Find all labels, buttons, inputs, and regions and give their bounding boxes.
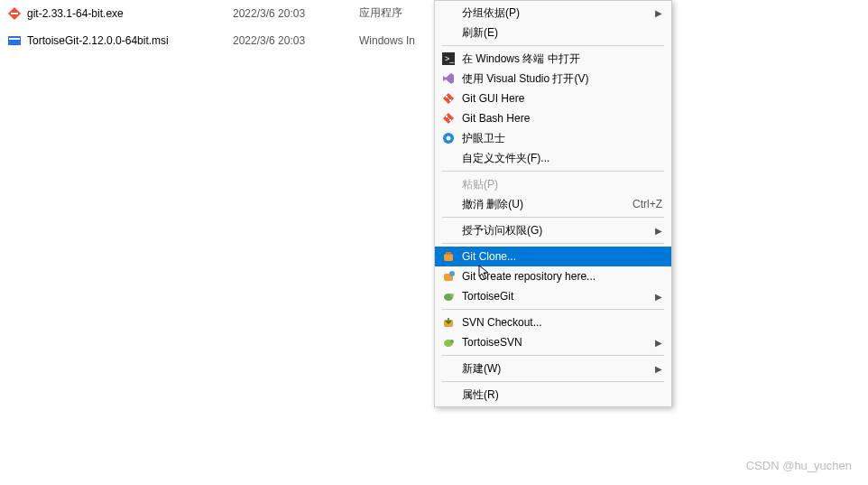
chevron-right-icon: ▶ xyxy=(655,338,662,348)
menu-item[interactable]: SVN Checkout... xyxy=(435,312,671,332)
msi-icon xyxy=(7,33,22,48)
menu-separator xyxy=(442,355,664,356)
tortoise-icon xyxy=(440,289,457,303)
menu-item[interactable]: 授予访问权限(G)▶ xyxy=(435,220,671,240)
menu-item[interactable]: Git Create repository here... xyxy=(435,266,671,286)
menu-separator xyxy=(442,217,664,218)
menu-separator xyxy=(442,381,664,382)
menu-item[interactable]: 刷新(E) xyxy=(435,23,671,42)
menu-item[interactable]: 撤消 删除(U)Ctrl+Z xyxy=(435,194,671,214)
blank-icon xyxy=(440,5,457,20)
menu-item[interactable]: 使用 Visual Studio 打开(V) xyxy=(435,69,671,89)
svg-rect-17 xyxy=(446,252,451,255)
blank-icon xyxy=(440,197,457,211)
svn-icon xyxy=(440,335,457,350)
menu-item: 粘贴(P) xyxy=(435,174,671,194)
menu-item[interactable]: TortoiseGit▶ xyxy=(435,286,671,306)
menu-separator xyxy=(442,309,664,310)
svg-point-21 xyxy=(450,294,454,297)
menu-item[interactable]: 分组依据(P)▶ xyxy=(435,3,671,23)
menu-separator xyxy=(442,45,664,46)
file-name: git-2.33.1-64-bit.exe xyxy=(27,7,124,20)
chevron-right-icon: ▶ xyxy=(655,226,662,236)
git-icon xyxy=(7,6,22,21)
menu-label: Git Clone... xyxy=(462,250,662,263)
blank-icon xyxy=(440,177,457,191)
svg-rect-3 xyxy=(9,38,20,40)
file-date: 2022/3/6 20:03 xyxy=(233,7,359,20)
menu-label: Git GUI Here xyxy=(462,92,662,105)
svg-point-19 xyxy=(449,271,455,276)
blank-icon xyxy=(440,387,457,402)
git-icon xyxy=(440,91,457,106)
menu-label: 撤消 删除(U) xyxy=(462,197,633,212)
menu-label: Git Create repository here... xyxy=(462,270,662,283)
menu-label: TortoiseSVN xyxy=(462,336,655,349)
file-name: TortoiseGit-2.12.0.0-64bit.msi xyxy=(27,34,169,47)
menu-item[interactable]: Git Clone... xyxy=(435,247,671,266)
blank-icon xyxy=(440,361,457,376)
menu-label: 刷新(E) xyxy=(462,25,662,41)
menu-label: 粘贴(P) xyxy=(462,177,662,192)
menu-label: 在 Windows 终端 中打开 xyxy=(462,51,662,67)
menu-item[interactable]: 属性(R) xyxy=(435,385,671,405)
svg-rect-1 xyxy=(11,13,18,14)
chevron-right-icon: ▶ xyxy=(655,292,662,302)
menu-item[interactable]: Git Bash Here xyxy=(435,108,671,128)
svg-point-15 xyxy=(447,136,451,141)
git-icon xyxy=(440,111,457,126)
svg-point-24 xyxy=(450,340,454,343)
blank-icon xyxy=(440,151,457,165)
menu-label: 护眼卫士 xyxy=(462,131,662,146)
svg-rect-2 xyxy=(8,36,21,45)
menu-label: 授予访问权限(G) xyxy=(462,223,655,238)
vs-icon xyxy=(440,71,457,86)
blank-icon xyxy=(440,223,457,238)
menu-label: 使用 Visual Studio 打开(V) xyxy=(462,71,662,87)
menu-item[interactable]: TortoiseSVN▶ xyxy=(435,332,671,352)
menu-label: TortoiseGit xyxy=(462,290,655,303)
menu-item[interactable]: 护眼卫士 xyxy=(435,128,671,148)
menu-item[interactable]: 自定义文件夹(F)... xyxy=(435,148,671,168)
blank-icon xyxy=(440,25,457,40)
menu-item[interactable]: Git GUI Here xyxy=(435,89,671,108)
svn-checkout-icon xyxy=(440,315,457,330)
menu-label: 属性(R) xyxy=(462,387,662,403)
terminal-icon: >_ xyxy=(440,51,457,66)
svg-text:>_: >_ xyxy=(445,54,455,63)
tortoise-clone-icon xyxy=(440,249,457,264)
chevron-right-icon: ▶ xyxy=(655,8,662,18)
tortoise-create-icon xyxy=(440,269,457,284)
menu-shortcut: Ctrl+Z xyxy=(633,198,662,210)
menu-label: 分组依据(P) xyxy=(462,5,655,21)
svg-rect-16 xyxy=(444,254,453,261)
menu-item[interactable]: >_在 Windows 终端 中打开 xyxy=(435,49,671,69)
menu-separator xyxy=(442,171,664,172)
menu-separator xyxy=(442,243,664,244)
menu-item[interactable]: 新建(W)▶ xyxy=(435,359,671,378)
menu-label: Git Bash Here xyxy=(462,112,662,125)
menu-label: 自定义文件夹(F)... xyxy=(462,151,662,166)
chevron-right-icon: ▶ xyxy=(655,364,662,374)
menu-label: SVN Checkout... xyxy=(462,316,662,329)
context-menu[interactable]: 分组依据(P)▶刷新(E)>_在 Windows 终端 中打开使用 Visual… xyxy=(434,0,672,407)
menu-label: 新建(W) xyxy=(462,361,655,377)
watermark: CSDN @hu_yuchen xyxy=(746,459,852,472)
file-date: 2022/3/6 20:03 xyxy=(233,34,359,47)
eye-icon xyxy=(440,131,457,145)
